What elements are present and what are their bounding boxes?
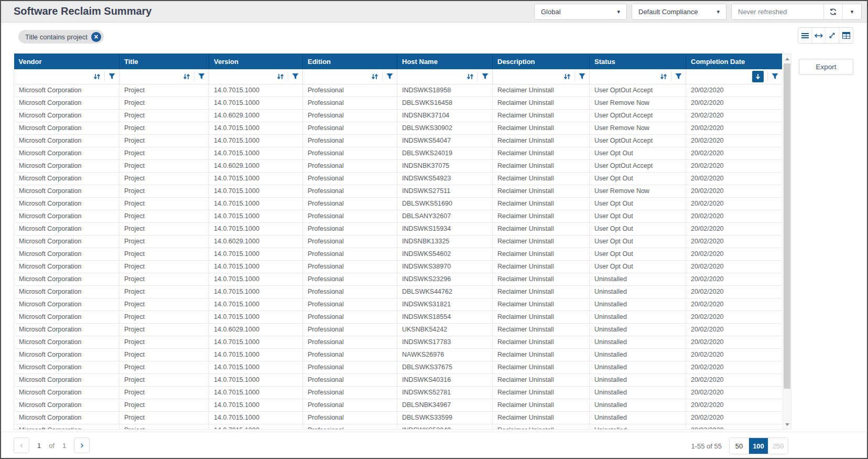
page-size-100-button[interactable]: 100 (749, 438, 768, 454)
cell-version: 14.0.7015.1000 (209, 298, 303, 311)
cell-host-name: DBLSWKS24019 (397, 147, 493, 159)
filter-funnel-icon[interactable] (386, 73, 393, 80)
table-row[interactable]: Microsoft CorporationProject14.0.7015.10… (14, 147, 783, 159)
cell-version: 14.0.7015.1000 (209, 210, 303, 222)
cell-title: Project (120, 122, 209, 134)
filter-funnel-icon[interactable] (482, 73, 489, 80)
scope-dropdown[interactable]: Global ▾ (534, 4, 627, 20)
table-row[interactable]: Microsoft CorporationProject14.0.7015.10… (14, 285, 783, 298)
filter-funnel-icon[interactable] (108, 73, 115, 80)
remove-filter-icon[interactable]: × (91, 32, 101, 42)
cell-title: Project (120, 348, 209, 361)
cell-description: Reclaimer Uninstall (493, 122, 590, 134)
table-row[interactable]: Microsoft CorporationProject14.0.7015.10… (14, 84, 783, 97)
table-row[interactable]: Microsoft CorporationProject14.0.7015.10… (14, 172, 783, 185)
table-row[interactable]: Microsoft CorporationProject14.0.7015.10… (14, 373, 783, 386)
cell-edition: Professional (303, 122, 397, 134)
sort-icon[interactable] (466, 73, 474, 80)
cell-edition: Professional (303, 248, 397, 260)
column-header-status[interactable]: Status (590, 54, 686, 69)
page-size-250-button[interactable]: 250 (768, 438, 788, 454)
compliance-dropdown[interactable]: Default Compliance ▾ (632, 4, 726, 20)
filter-funnel-icon[interactable] (772, 73, 778, 80)
sort-icon[interactable] (93, 73, 101, 80)
scroll-down-icon[interactable] (783, 420, 791, 429)
cell-description: Reclaimer Uninstall (493, 84, 590, 97)
cell-host-name: INDSWKS23296 (397, 273, 493, 285)
filter-funnel-icon[interactable] (292, 73, 299, 80)
table-row[interactable]: Microsoft CorporationProject14.0.7015.10… (14, 97, 783, 109)
table-row[interactable]: Microsoft CorporationProject14.0.7015.10… (14, 222, 783, 235)
table-row[interactable]: Microsoft CorporationProject14.0.7015.10… (14, 248, 783, 260)
table-row[interactable]: Microsoft CorporationProject14.0.7015.10… (14, 197, 783, 210)
sort-icon[interactable] (660, 73, 667, 80)
table-row[interactable]: Microsoft CorporationProject14.0.7015.10… (14, 399, 783, 411)
table-row[interactable]: Microsoft CorporationProject14.0.7015.10… (14, 210, 783, 222)
refresh-button[interactable] (823, 4, 842, 19)
sort-icon[interactable] (563, 73, 571, 80)
refresh-options-button[interactable]: ▾ (842, 4, 861, 19)
table-row[interactable]: Microsoft CorporationProject14.0.7015.10… (14, 386, 783, 399)
cell-completion-date: 20/02/2020 (686, 424, 783, 430)
filter-cell-status[interactable] (590, 69, 686, 84)
filter-funnel-icon[interactable] (675, 73, 682, 80)
filter-cell-title[interactable] (120, 69, 209, 84)
table-row[interactable]: Microsoft CorporationProject14.0.7015.10… (14, 185, 783, 197)
table-row[interactable]: Microsoft CorporationProject14.0.7015.10… (14, 134, 783, 147)
vertical-scrollbar[interactable] (783, 54, 791, 430)
table-row[interactable]: Microsoft CorporationProject14.0.6029.10… (14, 235, 783, 248)
cell-status: Uninstalled (590, 285, 686, 298)
filter-cell-description[interactable] (493, 69, 590, 84)
filter-cell-host-name[interactable] (397, 69, 493, 84)
export-button[interactable]: Export (799, 59, 853, 75)
column-header-description[interactable]: Description (493, 54, 590, 69)
column-header-title[interactable]: Title (120, 54, 209, 69)
sort-descending-active-icon[interactable] (752, 71, 764, 82)
cell-status: Uninstalled (590, 298, 686, 311)
cell-completion-date: 20/02/2020 (686, 235, 783, 248)
expand-button[interactable] (826, 28, 839, 43)
table-row[interactable]: Microsoft CorporationProject14.0.6029.10… (14, 109, 783, 122)
column-header-vendor[interactable]: Vendor (14, 54, 120, 69)
filter-funnel-icon[interactable] (579, 73, 585, 80)
filter-divider (574, 72, 575, 81)
table-row[interactable]: Microsoft CorporationProject14.0.7015.10… (14, 348, 783, 361)
filter-funnel-icon[interactable] (198, 73, 205, 80)
cell-vendor: Microsoft Corporation (14, 134, 120, 147)
menu-button[interactable] (798, 28, 812, 43)
previous-page-button[interactable]: ‹ (14, 437, 29, 453)
table-row[interactable]: Microsoft CorporationProject14.0.7015.10… (14, 122, 783, 134)
filter-cell-vendor[interactable] (14, 69, 120, 84)
filter-cell-completion-date[interactable] (686, 69, 783, 84)
table-row[interactable]: Microsoft CorporationProject14.0.7015.10… (14, 361, 783, 373)
table-view-button[interactable] (839, 28, 853, 43)
cell-completion-date: 20/02/2020 (686, 399, 783, 411)
table-row[interactable]: Microsoft CorporationProject14.0.7015.10… (14, 311, 783, 323)
scroll-up-icon[interactable] (783, 55, 791, 63)
table-row[interactable]: Microsoft CorporationProject14.0.7015.10… (14, 424, 783, 430)
sort-icon[interactable] (183, 73, 190, 80)
cell-description: Reclaimer Uninstall (493, 172, 590, 185)
column-header-completion-date[interactable]: Completion Date (686, 54, 783, 69)
table-row[interactable]: Microsoft CorporationProject14.0.6029.10… (14, 323, 783, 336)
table-row[interactable]: Microsoft CorporationProject14.0.7015.10… (14, 260, 783, 273)
table-row[interactable]: Microsoft CorporationProject14.0.7015.10… (14, 411, 783, 424)
sort-icon[interactable] (277, 73, 284, 80)
column-header-edition[interactable]: Edition (303, 54, 397, 69)
filter-cell-version[interactable] (209, 69, 303, 84)
next-page-button[interactable]: › (74, 437, 90, 453)
cell-version: 14.0.6029.1000 (209, 109, 303, 122)
column-header-version[interactable]: Version (209, 54, 303, 69)
cell-description: Reclaimer Uninstall (493, 285, 590, 298)
filter-cell-edition[interactable] (303, 69, 397, 84)
table-row[interactable]: Microsoft CorporationProject14.0.7015.10… (14, 336, 783, 348)
table-row[interactable]: Microsoft CorporationProject14.0.7015.10… (14, 298, 783, 311)
table-row[interactable]: Microsoft CorporationProject14.0.7015.10… (14, 273, 783, 285)
table-row[interactable]: Microsoft CorporationProject14.0.6029.10… (14, 159, 783, 172)
page-size-50-button[interactable]: 50 (730, 438, 749, 454)
column-header-host-name[interactable]: Host Name (397, 54, 493, 69)
cell-edition: Professional (303, 386, 397, 399)
sort-icon[interactable] (371, 73, 378, 80)
scrollbar-thumb[interactable] (784, 63, 790, 389)
fit-width-button[interactable] (812, 28, 826, 43)
